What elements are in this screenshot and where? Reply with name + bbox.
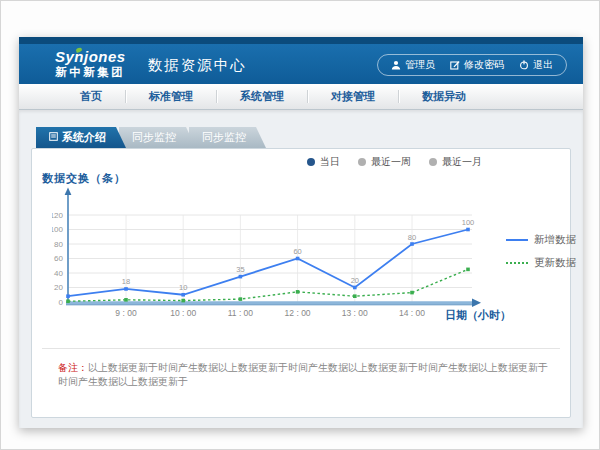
chart-panel: 当日最近一周最近一月 数据交换（条） 0204060801001209 : 00… bbox=[31, 148, 571, 418]
x-axis-arrow-icon bbox=[472, 299, 481, 307]
userbar-power-button[interactable]: 退出 bbox=[519, 58, 553, 72]
app-window: Synjones 新中新集团 数据资源中心 管理员修改密码退出 首页标准管理系统… bbox=[19, 37, 583, 428]
doc-icon bbox=[49, 127, 58, 148]
range-option-label: 最近一周 bbox=[371, 155, 411, 169]
y-tick-label: 40 bbox=[54, 269, 63, 278]
data-point bbox=[124, 298, 128, 302]
app-header: Synjones 新中新集团 数据资源中心 管理员修改密码退出 bbox=[19, 44, 583, 84]
tab-2[interactable]: 同步监控 bbox=[189, 127, 266, 148]
data-point bbox=[353, 294, 357, 298]
userbar-label: 修改密码 bbox=[464, 58, 504, 72]
data-point bbox=[353, 286, 357, 290]
y-tick-label: 60 bbox=[54, 254, 63, 263]
header-top-strip bbox=[19, 37, 583, 44]
logo-brand-name: Synjones bbox=[55, 49, 126, 66]
y-tick-label: 100 bbox=[52, 225, 64, 234]
radio-icon bbox=[358, 158, 366, 166]
date-range-filter: 当日最近一周最近一月 bbox=[307, 155, 482, 169]
x-tick-label: 14 : 00 bbox=[399, 308, 425, 318]
user-toolbar: 管理员修改密码退出 bbox=[377, 54, 567, 76]
company-logo: Synjones 新中新集团 bbox=[55, 49, 126, 78]
data-point-label: 35 bbox=[236, 265, 244, 274]
data-point-label: 100 bbox=[462, 218, 475, 227]
data-point bbox=[66, 299, 70, 303]
radio-icon bbox=[307, 158, 315, 166]
x-tick-label: 9 : 00 bbox=[115, 308, 137, 318]
data-point-label: 20 bbox=[351, 276, 359, 285]
tab-label: 同步监控 bbox=[132, 127, 176, 148]
logo-company-name: 新中新集团 bbox=[55, 66, 126, 79]
data-point bbox=[410, 242, 414, 246]
legend-label: 新增数据 bbox=[534, 233, 576, 247]
exchange-line-chart: 0204060801001209 : 0010 : 0011 : 0012 : … bbox=[52, 185, 512, 325]
data-point bbox=[239, 297, 243, 301]
nav-item-3[interactable]: 对接管理 bbox=[308, 84, 398, 109]
nav-item-2[interactable]: 系统管理 bbox=[217, 84, 307, 109]
footnote-label: 备注： bbox=[58, 362, 88, 373]
legend-label: 更新数据 bbox=[534, 256, 576, 270]
data-point bbox=[466, 268, 470, 272]
data-point bbox=[66, 294, 70, 298]
userbar-label: 管理员 bbox=[405, 58, 435, 72]
data-point-label: 60 bbox=[293, 247, 301, 256]
x-tick-label: 13 : 00 bbox=[342, 308, 368, 318]
data-point-label: 18 bbox=[122, 277, 130, 286]
y-tick-label: 120 bbox=[52, 211, 64, 220]
data-point bbox=[239, 275, 243, 279]
footer-divider bbox=[42, 348, 560, 349]
range-option-0[interactable]: 当日 bbox=[307, 155, 340, 169]
x-tick-label: 12 : 00 bbox=[285, 308, 311, 318]
nav-item-4[interactable]: 数据异动 bbox=[399, 84, 489, 109]
x-axis-title: 日期（小时） bbox=[445, 308, 511, 323]
main-nav: 首页标准管理系统管理对接管理数据异动 bbox=[19, 84, 583, 110]
tab-bar: 系统介绍同步监控同步监控 bbox=[36, 127, 266, 148]
nav-item-0[interactable]: 首页 bbox=[57, 84, 125, 109]
data-point bbox=[410, 291, 414, 295]
data-point bbox=[181, 299, 185, 303]
user-icon bbox=[391, 60, 401, 70]
edit-icon bbox=[450, 60, 460, 70]
y-axis-arrow-icon bbox=[65, 188, 72, 196]
nav-item-1[interactable]: 标准管理 bbox=[126, 84, 216, 109]
legend-item-1: 更新数据 bbox=[506, 256, 576, 270]
userbar-label: 退出 bbox=[533, 58, 553, 72]
tab-0[interactable]: 系统介绍 bbox=[36, 127, 126, 148]
data-point bbox=[296, 290, 300, 294]
y-tick-label: 0 bbox=[59, 298, 64, 307]
userbar-user-button[interactable]: 管理员 bbox=[391, 58, 435, 72]
tab-label: 系统介绍 bbox=[62, 127, 106, 148]
data-point bbox=[296, 257, 300, 261]
radio-icon bbox=[429, 158, 437, 166]
legend-line-sample bbox=[506, 239, 528, 241]
data-point-label: 10 bbox=[179, 283, 187, 292]
range-option-label: 最近一月 bbox=[442, 155, 482, 169]
y-axis-title: 数据交换（条） bbox=[42, 171, 126, 186]
tab-label: 同步监控 bbox=[202, 127, 246, 148]
tab-1[interactable]: 同步监控 bbox=[119, 127, 196, 148]
screenshot-frame: Synjones 新中新集团 数据资源中心 管理员修改密码退出 首页标准管理系统… bbox=[0, 0, 600, 450]
range-option-1[interactable]: 最近一周 bbox=[358, 155, 411, 169]
y-tick-label: 80 bbox=[54, 240, 63, 249]
x-tick-label: 10 : 00 bbox=[170, 308, 196, 318]
y-tick-label: 20 bbox=[54, 283, 63, 292]
footnote-text: 以上数据更新于时间产生数据以上数据更新于时间产生数据以上数据更新于时间产生数据以… bbox=[58, 362, 548, 387]
chart-legend: 新增数据更新数据 bbox=[506, 233, 576, 270]
data-point bbox=[466, 228, 470, 232]
data-point-label: 80 bbox=[408, 233, 416, 242]
data-point bbox=[181, 293, 185, 297]
range-option-label: 当日 bbox=[320, 155, 340, 169]
content-area: 系统介绍同步监控同步监控 当日最近一周最近一月 数据交换（条） 02040608… bbox=[19, 110, 583, 428]
footnote: 备注：以上数据更新于时间产生数据以上数据更新于时间产生数据以上数据更新于时间产生… bbox=[58, 361, 556, 389]
power-icon bbox=[519, 60, 529, 70]
userbar-edit-button[interactable]: 修改密码 bbox=[450, 58, 504, 72]
legend-item-0: 新增数据 bbox=[506, 233, 576, 247]
range-option-2[interactable]: 最近一月 bbox=[429, 155, 482, 169]
legend-line-sample bbox=[506, 262, 528, 264]
data-point bbox=[124, 287, 128, 291]
page-title: 数据资源中心 bbox=[148, 54, 247, 75]
x-tick-label: 11 : 00 bbox=[228, 308, 254, 318]
